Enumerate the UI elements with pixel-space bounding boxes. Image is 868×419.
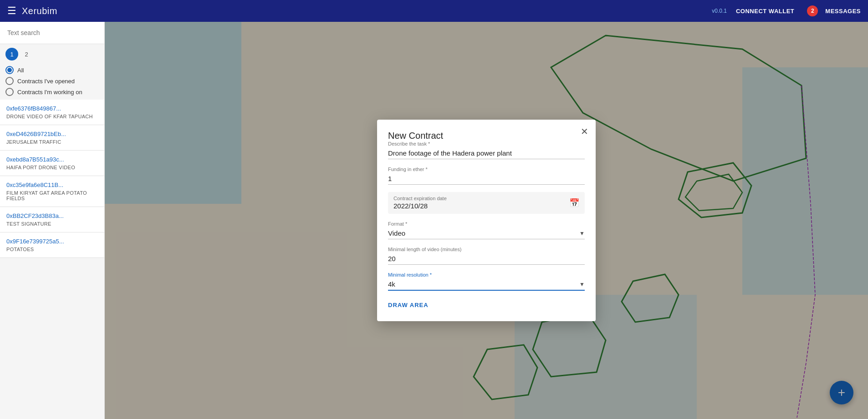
- format-label: Format *: [388, 221, 585, 227]
- search-area: [0, 22, 104, 44]
- sidebar: 1 2 All Contracts I've opened Contracts …: [0, 22, 105, 419]
- contract-id: 0xBB2CF23d3B83a...: [6, 212, 98, 219]
- contract-description: JERUSALEM TRAFFIC: [6, 139, 98, 145]
- messages-button[interactable]: MESSAGES: [825, 8, 861, 15]
- calendar-icon[interactable]: 📅: [569, 198, 579, 208]
- connect-wallet-button[interactable]: CONNECT WALLET: [736, 8, 794, 15]
- radio-opened: [5, 77, 14, 85]
- contract-card[interactable]: 0xfe6376fB84986​7... DRONE VIDEO OF KFAR…: [0, 100, 104, 125]
- search-input[interactable]: [5, 25, 99, 40]
- contract-description: TEST SIGNATURE: [6, 221, 98, 227]
- messages-badge[interactable]: 2: [807, 5, 818, 16]
- map-area[interactable]: New Contract ✕ Describe the task * Fundi…: [105, 22, 868, 419]
- filter-all-label: All: [17, 67, 24, 74]
- min-res-field-group: Minimal resolution * 4k ▼: [388, 272, 585, 291]
- expiry-date-content: Contract expiration date: [393, 196, 569, 210]
- page-2-button[interactable]: 2: [20, 48, 33, 61]
- contract-description: DRONE VIDEO OF KFAR TAPUACH: [6, 114, 98, 119]
- radio-working: [5, 88, 14, 96]
- min-length-label: Minimal length of video (minutes): [388, 247, 585, 252]
- min-res-dropdown-icon[interactable]: ▼: [579, 281, 585, 288]
- version-label: v0.0.1: [712, 8, 727, 14]
- format-dropdown-icon[interactable]: ▼: [579, 230, 585, 237]
- contract-id: 0xc35e9fa6e8C11B...: [6, 182, 98, 188]
- contract-description: FILM KIRYAT GAT AREA POTATO FIELDS: [6, 190, 98, 201]
- min-res-value: 4k: [388, 278, 579, 290]
- draw-area-button[interactable]: DRAW AREA: [388, 300, 429, 310]
- filter-all[interactable]: All: [5, 66, 99, 74]
- radio-all-inner: [7, 68, 12, 72]
- contract-card[interactable]: 0xBB2CF23d3B83a... TEST SIGNATURE: [0, 207, 104, 232]
- modal-close-button[interactable]: ✕: [581, 127, 588, 136]
- contract-card[interactable]: 0xebd8a7B551a93c... HAIFA PORT DRONE VID…: [0, 151, 104, 176]
- min-res-select[interactable]: 4k ▼: [388, 278, 585, 291]
- contract-card[interactable]: 0xeD4626B9721bEb... JERUSALEM TRAFFIC: [0, 125, 104, 151]
- top-navigation: ☰ Xerubim v0.0.1 CONNECT WALLET 2 MESSAG…: [0, 0, 868, 22]
- main-layout: 1 2 All Contracts I've opened Contracts …: [0, 22, 868, 419]
- contract-description: POTATOES: [6, 247, 98, 252]
- min-length-input[interactable]: [388, 253, 585, 265]
- funding-label: Funding in ether *: [388, 167, 585, 172]
- filter-opened[interactable]: Contracts I've opened: [5, 77, 99, 85]
- filter-area: All Contracts I've opened Contracts I'm …: [0, 64, 104, 100]
- funding-input[interactable]: [388, 173, 585, 185]
- contract-id: 0xfe6376fB84986​7...: [6, 105, 98, 112]
- contract-id: 0xebd8a7B551a93c...: [6, 156, 98, 163]
- task-input[interactable]: [388, 147, 585, 159]
- min-length-field-group: Minimal length of video (minutes): [388, 247, 585, 265]
- task-field-group: Describe the task *: [388, 141, 585, 159]
- format-field-group: Format * Video ▼: [388, 221, 585, 239]
- filter-working[interactable]: Contracts I'm working on: [5, 88, 99, 96]
- radio-all: [5, 66, 14, 74]
- contract-card[interactable]: 0xc35e9fa6e8C11B... FILM KIRYAT GAT AREA…: [0, 176, 104, 207]
- task-label: Describe the task *: [388, 141, 585, 146]
- contract-list: 0xfe6376fB84986​7... DRONE VIDEO OF KFAR…: [0, 100, 104, 419]
- expiry-date-group: Contract expiration date 📅: [388, 192, 585, 214]
- pagination-area: 1 2: [0, 44, 104, 64]
- expiry-date-input[interactable]: [393, 202, 569, 210]
- format-value: Video: [388, 227, 579, 239]
- page-1-button[interactable]: 1: [5, 48, 18, 61]
- app-title: Xerubim: [22, 6, 706, 16]
- contract-id: 0xeD4626B9721bEb...: [6, 131, 98, 137]
- expiry-date-label: Contract expiration date: [393, 196, 569, 201]
- menu-icon[interactable]: ☰: [7, 5, 16, 17]
- funding-field-group: Funding in ether *: [388, 167, 585, 185]
- filter-opened-label: Contracts I've opened: [17, 78, 75, 85]
- filter-working-label: Contracts I'm working on: [17, 89, 82, 96]
- contract-id: 0x9F16e7399725a5...: [6, 238, 98, 245]
- min-res-label: Minimal resolution *: [388, 272, 585, 278]
- format-select[interactable]: Video ▼: [388, 227, 585, 239]
- contract-description: HAIFA PORT DRONE VIDEO: [6, 165, 98, 170]
- new-contract-modal: New Contract ✕ Describe the task * Fundi…: [377, 120, 596, 321]
- modal-overlay: New Contract ✕ Describe the task * Fundi…: [105, 22, 868, 419]
- modal-title: New Contract: [388, 131, 443, 141]
- contract-card[interactable]: 0x9F16e7399725a5... POTATOES: [0, 232, 104, 258]
